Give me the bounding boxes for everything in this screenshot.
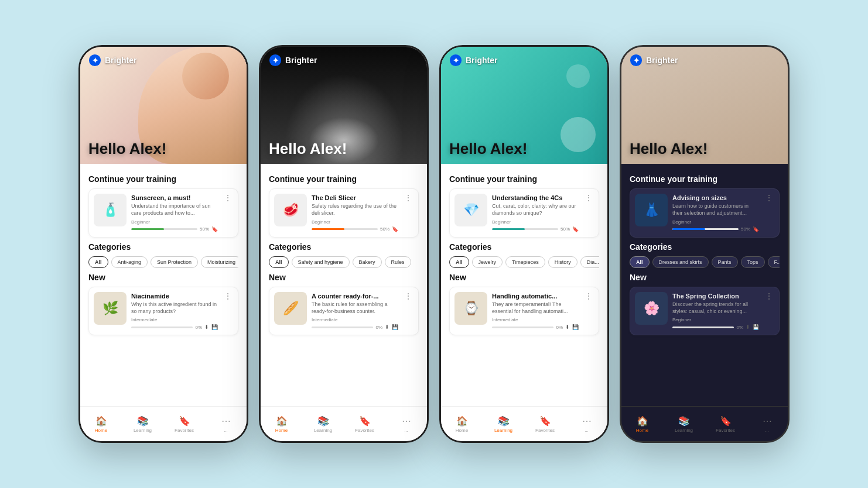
training-info: Sunscreen, a must! Understand the import… — [131, 194, 218, 232]
bookmark-icon: 🔖 — [753, 226, 759, 232]
new-progress-pct: 0% — [556, 325, 563, 330]
training-info: Advising on sizes Learn how to guide cus… — [672, 194, 759, 232]
bottom-nav-deli: 🏠 Home 📚 Learning 🔖 Favorites ⋯ ... — [261, 406, 427, 441]
favorites-nav[interactable]: 🔖 Favorites — [524, 415, 566, 433]
home-nav[interactable]: 🏠 Home — [80, 415, 122, 433]
nav-label-learning: Learning — [134, 428, 152, 433]
learning-nav[interactable]: 📚 Learning — [302, 415, 344, 433]
category-chip-0[interactable]: All — [269, 256, 289, 268]
learning-nav[interactable]: 📚 Learning — [122, 415, 163, 433]
phone-inner-fashion: ✦ Brighter Hello Alex! Continue your tra… — [621, 47, 788, 441]
nav-label-...: ... — [404, 428, 408, 433]
new-card-three-dot[interactable]: ⋮ — [583, 292, 594, 300]
category-chip-2[interactable]: Sun Protection — [151, 256, 198, 268]
category-chip-1[interactable]: Anti-aging — [111, 256, 148, 268]
training-card[interactable]: 🥩 The Deli Slicer Safety rules regarding… — [269, 188, 419, 238]
new-progress-pct: 0% — [375, 325, 382, 330]
category-label-0: All — [636, 259, 643, 265]
home-nav[interactable]: 🏠 Home — [621, 415, 663, 433]
three-dot-menu[interactable]: ⋮ — [403, 194, 414, 202]
category-label-1: Safety and hygiene — [298, 259, 343, 265]
category-chip-0[interactable]: All — [449, 256, 469, 268]
progress-row: 50% 🔖 — [131, 226, 218, 232]
new-card-three-dot[interactable]: ⋮ — [764, 292, 774, 300]
new-card-three-dot[interactable]: ⋮ — [403, 292, 414, 300]
progress-bar-bg — [672, 228, 739, 230]
brighter-logo-jewelry: ✦ Brighter — [449, 54, 497, 67]
svg-text:✦: ✦ — [272, 56, 279, 65]
category-chip-1[interactable]: Jewelry — [472, 256, 503, 268]
progress-pct: 50% — [741, 226, 750, 232]
nav-label-favorites: Favorites — [535, 428, 555, 433]
category-chip-4[interactable]: Dia... — [580, 256, 599, 268]
category-chip-4[interactable]: F... — [768, 256, 780, 268]
category-chip-1[interactable]: Safety and hygiene — [292, 256, 350, 268]
brighter-logo-icon: ✦ — [88, 54, 101, 67]
new-progress-bg — [312, 327, 373, 328]
new-card[interactable]: 🥖 A counter ready-for-... The basic rule… — [269, 287, 419, 336]
nav-label-favorites: Favorites — [355, 428, 374, 433]
phone-inner-jewelry: ✦ Brighter Hello Alex! Continue your tra… — [441, 47, 607, 441]
favorites-nav[interactable]: 🔖 Favorites — [163, 415, 205, 433]
training-level: Beginner — [672, 219, 759, 225]
greeting-text: Hello Alex! — [269, 140, 347, 158]
more-nav[interactable]: ⋯ ... — [385, 415, 427, 433]
home-nav[interactable]: 🏠 Home — [261, 415, 302, 433]
scroll-content-deli[interactable]: Continue your training 🥩 The Deli Slicer… — [261, 164, 427, 406]
category-chip-3[interactable]: Moisturizing — [201, 256, 238, 268]
new-progress-row: 0% ⬇ 💾 — [131, 324, 218, 330]
download-icon: ⬇ — [385, 324, 389, 330]
scroll-content-skincare[interactable]: Continue your training 🧴 Sunscreen, a mu… — [80, 164, 247, 406]
learning-nav[interactable]: 📚 Learning — [663, 415, 705, 433]
nav-icon-learning: 📚 — [317, 415, 329, 427]
progress-pct: 50% — [561, 226, 570, 232]
category-chip-3[interactable]: Tops — [741, 256, 765, 268]
category-chip-1[interactable]: Dresses and skirts — [652, 256, 709, 268]
category-label-0: All — [275, 259, 282, 265]
svg-text:✦: ✦ — [92, 56, 98, 65]
category-chip-2[interactable]: Timepieces — [505, 256, 545, 268]
new-progress-bg — [492, 327, 553, 328]
phone-jewelry: ✦ Brighter Hello Alex! Continue your tra… — [439, 45, 609, 443]
training-title: Understanding the 4Cs — [492, 194, 579, 202]
new-card[interactable]: ⌚ Handling automatic... They are tempera… — [449, 287, 599, 336]
training-level: Beginner — [131, 219, 218, 225]
new-thumb: 🥖 — [274, 292, 307, 325]
brighter-logo-deli: ✦ Brighter — [269, 54, 317, 67]
new-section-title: New — [269, 273, 419, 282]
phone-fashion: ✦ Brighter Hello Alex! Continue your tra… — [620, 45, 790, 443]
progress-bar-bg — [312, 228, 378, 230]
nav-label-learning: Learning — [494, 428, 512, 433]
new-card[interactable]: 🌸 The Spring Collection Discover the spr… — [630, 287, 780, 336]
new-card[interactable]: 🌿 Niacinamide Why is this active ingredi… — [88, 287, 238, 336]
training-card[interactable]: 👗 Advising on sizes Learn how to guide c… — [630, 188, 780, 238]
three-dot-menu[interactable]: ⋮ — [223, 194, 233, 202]
training-card[interactable]: 🧴 Sunscreen, a must! Understand the impo… — [88, 188, 238, 238]
three-dot-menu[interactable]: ⋮ — [764, 194, 774, 202]
favorites-nav[interactable]: 🔖 Favorites — [705, 415, 746, 433]
new-card-title: Handling automatic... — [492, 292, 579, 300]
more-nav[interactable]: ⋯ ... — [746, 415, 788, 433]
nav-label-favorites: Favorites — [175, 428, 194, 433]
more-nav[interactable]: ⋯ ... — [566, 415, 607, 433]
three-dot-menu[interactable]: ⋮ — [583, 194, 594, 202]
nav-label-learning: Learning — [675, 428, 693, 433]
new-card-info: Niacinamide Why is this active ingredien… — [131, 292, 218, 331]
category-label-3: Rules — [391, 259, 405, 265]
home-nav[interactable]: 🏠 Home — [441, 415, 483, 433]
progress-bar-fill — [312, 228, 344, 230]
scroll-content-fashion[interactable]: Continue your training 👗 Advising on siz… — [621, 164, 788, 406]
training-desc: Understand the importance of sun care pr… — [131, 203, 218, 216]
more-nav[interactable]: ⋯ ... — [205, 415, 247, 433]
category-chip-3[interactable]: History — [548, 256, 577, 268]
category-chip-2[interactable]: Pants — [712, 256, 738, 268]
training-card[interactable]: 💎 Understanding the 4Cs Cut, carat, colo… — [449, 188, 599, 238]
category-chip-3[interactable]: Rules — [385, 256, 411, 268]
category-chip-2[interactable]: Bakery — [353, 256, 382, 268]
new-card-three-dot[interactable]: ⋮ — [223, 292, 233, 300]
category-chip-0[interactable]: All — [630, 256, 650, 268]
category-chip-0[interactable]: All — [88, 256, 108, 268]
scroll-content-jewelry[interactable]: Continue your training 💎 Understanding t… — [441, 164, 607, 406]
favorites-nav[interactable]: 🔖 Favorites — [344, 415, 385, 433]
learning-nav[interactable]: 📚 Learning — [483, 415, 524, 433]
